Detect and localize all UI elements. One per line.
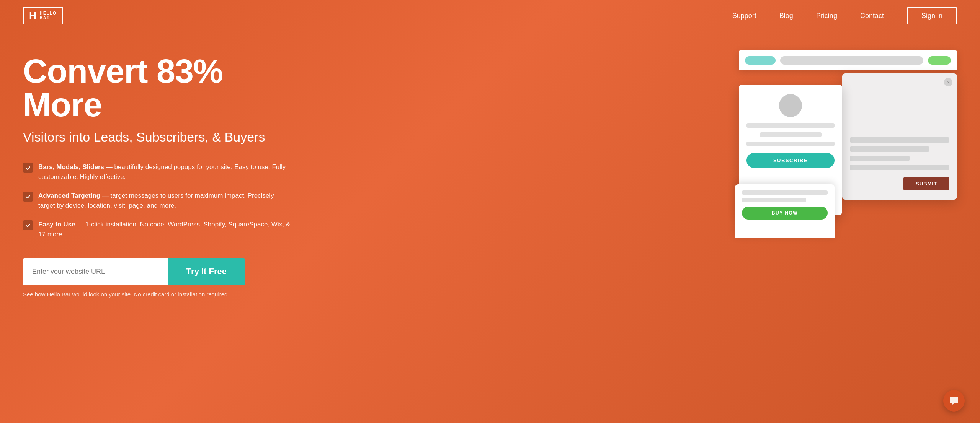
submit-button-mockup: SUBMIT — [903, 177, 949, 190]
subscribe-button-mockup: SUBSCRIBE — [746, 153, 835, 168]
popup-bottom-mockup: BUY NOW — [735, 184, 835, 238]
bar-mockup — [739, 50, 957, 70]
logo[interactable]: H HELLO BAR — [23, 7, 63, 24]
feature-text-1: Bars, Modals, Sliders — beautifully desi… — [38, 162, 291, 182]
chat-bubble-button[interactable] — [943, 390, 965, 412]
avatar-mockup — [779, 94, 802, 117]
nav-blog[interactable]: Blog — [779, 12, 793, 20]
hero-headline: Convert 83% More — [23, 54, 291, 122]
modal-f-line-3 — [746, 142, 835, 146]
modal-line-2 — [850, 146, 929, 152]
feature-item-1: Bars, Modals, Sliders — beautifully desi… — [23, 162, 291, 182]
modal-line-4 — [850, 165, 949, 170]
features-list: Bars, Modals, Sliders — beautifully desi… — [23, 162, 291, 239]
modal-f-line-2 — [760, 132, 822, 137]
modal-line-3 — [850, 156, 910, 161]
modal-line-1 — [850, 137, 949, 143]
cta-note: See how Hello Bar would look on your sit… — [23, 291, 291, 298]
popup-line-2 — [742, 198, 806, 202]
hero-subheadline: Visitors into Leads, Subscribers, & Buye… — [23, 129, 291, 145]
bar-pill-gray — [780, 56, 923, 65]
popup-line-1 — [742, 190, 828, 195]
nav-support[interactable]: Support — [732, 12, 756, 20]
sign-in-button[interactable]: Sign in — [907, 7, 957, 24]
cta-row: Try It Free — [23, 258, 245, 285]
check-icon-1 — [23, 163, 33, 173]
navbar: H HELLO BAR Support Blog Pricing Contact… — [0, 0, 980, 31]
modal-back: ✕ SUBMIT — [842, 73, 957, 200]
bar-pill-teal — [745, 56, 776, 65]
modal-close-icon: ✕ — [944, 78, 952, 86]
hero-content: Convert 83% More Visitors into Leads, Su… — [23, 47, 291, 298]
try-free-button[interactable]: Try It Free — [168, 258, 245, 285]
hero-section: Convert 83% More Visitors into Leads, Su… — [0, 31, 980, 321]
modal-f-line-1 — [746, 123, 835, 128]
feature-text-2: Advanced Targeting — target messages to … — [38, 191, 291, 210]
feature-item-2: Advanced Targeting — target messages to … — [23, 191, 291, 210]
feature-text-3: Easy to Use — 1-click installation. No c… — [38, 220, 291, 239]
check-icon-3 — [23, 220, 33, 230]
url-input[interactable] — [23, 258, 168, 285]
logo-text: HELLO BAR — [40, 11, 57, 20]
hero-mockup: ✕ SUBMIT SUBSCRIBE BUY NOW — [727, 47, 957, 238]
check-icon-2 — [23, 192, 33, 202]
bar-pill-green — [928, 56, 951, 65]
feature-item-3: Easy to Use — 1-click installation. No c… — [23, 220, 291, 239]
nav-pricing[interactable]: Pricing — [816, 12, 837, 20]
nav-contact[interactable]: Contact — [860, 12, 884, 20]
logo-h: H — [29, 11, 36, 21]
nav-links: Support Blog Pricing Contact Sign in — [732, 7, 957, 24]
buy-now-button-mockup: BUY NOW — [742, 207, 828, 220]
